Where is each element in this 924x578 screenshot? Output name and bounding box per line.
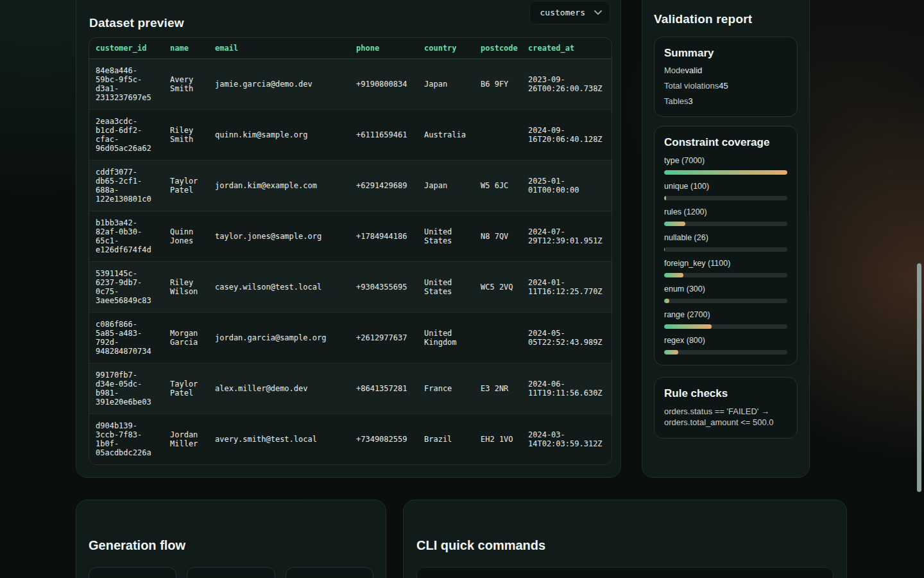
- table-cell: +7349082559: [350, 414, 418, 465]
- flow-step-card: 02: [187, 567, 275, 578]
- table-cell: casey.wilson@test.local: [209, 262, 350, 313]
- table-header-row: customer_idnameemailphonecountrypostcode…: [89, 38, 612, 59]
- table-cell: 2025-01-01T00:00:00: [522, 161, 612, 211]
- rule-checks-card: Rule checks orders.status == 'FAILED' → …: [654, 377, 798, 439]
- generation-flow-card: Generation flow 010203: [76, 500, 386, 578]
- chevron-down-icon: [594, 10, 602, 15]
- column-header: customer_id: [89, 38, 164, 59]
- coverage-bar-fill: [664, 350, 678, 355]
- coverage-item-label: rules (1200): [664, 207, 787, 217]
- summary-item-value: 3: [689, 96, 693, 106]
- constraint-coverage-title: Constraint coverage: [664, 136, 787, 149]
- generation-flow-steps: 010203: [89, 567, 373, 578]
- table-cell: United States: [418, 262, 474, 313]
- coverage-item: rules (1200): [664, 207, 787, 226]
- table-row: 99170fb7-d34e-05dc-b981-391e20e6be03Tayl…: [89, 363, 612, 414]
- table-cell: EH2 1VO: [474, 414, 522, 465]
- validation-report-panel: Validation report Summary ModevalidTotal…: [642, 0, 810, 478]
- table-cell: Avery Smith: [164, 59, 209, 110]
- coverage-item-label: nullable (26): [664, 233, 787, 243]
- coverage-bar-fill: [664, 247, 665, 252]
- coverage-item-label: regex (800): [664, 336, 787, 346]
- table-cell: United Kingdom: [418, 313, 474, 363]
- table-cell: 2eaa3cdc-b1cd-6df2-cfac-96d05ac26a62: [89, 110, 164, 161]
- summary-item-label: Tables: [664, 96, 689, 106]
- coverage-bar-fill: [664, 170, 787, 175]
- coverage-item-label: range (2700): [664, 310, 787, 320]
- coverage-bar-track: [664, 350, 787, 355]
- column-header: email: [209, 38, 350, 59]
- dataset-select[interactable]: customers: [529, 1, 610, 24]
- coverage-bar-track: [664, 247, 787, 252]
- coverage-bar-track: [664, 196, 787, 200]
- table-cell: B6 9FY: [474, 59, 522, 110]
- flow-step-card: 01: [89, 567, 176, 578]
- table-cell: jamie.garcia@demo.dev: [209, 59, 350, 110]
- summary-item: Total violations45: [664, 81, 787, 91]
- summary-items: ModevalidTotal violations45Tables3: [664, 66, 787, 106]
- table-cell: jordan.garcia@sample.org: [209, 313, 350, 363]
- table-cell: Taylor Patel: [164, 363, 209, 414]
- table-cell: 2024-01-11T16:12:25.770Z: [522, 262, 612, 313]
- dataset-preview-card: Dataset preview customers customer_idnam…: [76, 0, 621, 478]
- table-cell: [474, 313, 522, 363]
- coverage-bar-track: [664, 273, 787, 277]
- table-cell: c086f866-5a85-a483-792d-948284870734: [89, 313, 164, 363]
- table-row: d904b139-3ccb-7f83-1b0f-05acdbdc226aJord…: [89, 414, 612, 465]
- table-cell: 2024-05-05T22:52:43.989Z: [522, 313, 612, 363]
- table-cell: Japan: [418, 59, 474, 110]
- table-cell: jordan.kim@example.com: [209, 161, 350, 211]
- summary-title: Summary: [664, 47, 787, 60]
- table-cell: 2024-07-29T12:39:01.951Z: [522, 211, 612, 262]
- dataset-select-value: customers: [540, 8, 585, 17]
- column-header: created_at: [522, 38, 612, 59]
- table-cell: +9304355695: [350, 262, 418, 313]
- table-cell: avery.smith@test.local: [209, 414, 350, 465]
- coverage-item-label: type (7000): [664, 156, 787, 166]
- column-header: name: [164, 38, 209, 59]
- table-row: b1bb3a42-82af-0b30-65c1-e126df674f4dQuin…: [89, 211, 612, 262]
- summary-item: Tables3: [664, 96, 787, 106]
- table-cell: N8 7QV: [474, 211, 522, 262]
- dataset-table: customer_idnameemailphonecountrypostcode…: [89, 38, 612, 464]
- table-cell: 2023-09-26T00:26:00.738Z: [522, 59, 612, 110]
- table-cell: Taylor Patel: [164, 161, 209, 211]
- cli-quick-commands-card: CLI quick commands pip install -e .: [403, 500, 847, 578]
- table-cell: Jordan Miller: [164, 414, 209, 465]
- table-cell: quinn.kim@sample.org: [209, 110, 350, 161]
- table-cell: +1784944186: [350, 211, 418, 262]
- table-cell: +6291429689: [350, 161, 418, 211]
- table-cell: E3 2NR: [474, 363, 522, 414]
- page-scrollbar-thumb[interactable]: [917, 263, 921, 492]
- table-cell: [474, 110, 522, 161]
- coverage-item-label: unique (100): [664, 182, 787, 191]
- coverage-bar-fill: [664, 299, 669, 303]
- table-row: c086f866-5a85-a483-792d-948284870734Morg…: [89, 313, 612, 363]
- table-cell: Quinn Jones: [164, 211, 209, 262]
- table-row: cddf3077-db65-2cf1-688a-122e130801c0Tayl…: [89, 161, 612, 211]
- coverage-bar-fill: [664, 196, 666, 200]
- coverage-bar-track: [664, 299, 787, 303]
- coverage-item: unique (100): [664, 182, 787, 200]
- column-header: country: [418, 38, 474, 59]
- coverage-item-label: foreign_key (1100): [664, 259, 787, 268]
- table-cell: France: [418, 363, 474, 414]
- constraint-coverage-items: type (7000)unique (100)rules (1200)nulla…: [664, 156, 787, 355]
- coverage-item: range (2700): [664, 310, 787, 329]
- coverage-item: enum (300): [664, 285, 787, 303]
- validation-report-title: Validation report: [654, 12, 798, 26]
- constraint-coverage-card: Constraint coverage type (7000)unique (1…: [654, 126, 798, 365]
- dataset-table-container: customer_idnameemailphonecountrypostcode…: [89, 37, 612, 465]
- table-cell: cddf3077-db65-2cf1-688a-122e130801c0: [89, 161, 164, 211]
- table-cell: Riley Smith: [164, 110, 209, 161]
- table-cell: +9190800834: [350, 59, 418, 110]
- table-cell: +2612977637: [350, 313, 418, 363]
- table-row: 84e8a446-59bc-9f5c-d3a1-2313237697e5Aver…: [89, 59, 612, 110]
- coverage-item: regex (800): [664, 336, 787, 355]
- table-cell: +6111659461: [350, 110, 418, 161]
- table-row: 5391145c-6237-9db7-0c75-3aee56849c83Rile…: [89, 262, 612, 313]
- generation-flow-title: Generation flow: [89, 538, 373, 553]
- table-cell: b1bb3a42-82af-0b30-65c1-e126df674f4d: [89, 211, 164, 262]
- coverage-bar-fill: [664, 273, 683, 277]
- rule-checks-title: Rule checks: [664, 387, 787, 400]
